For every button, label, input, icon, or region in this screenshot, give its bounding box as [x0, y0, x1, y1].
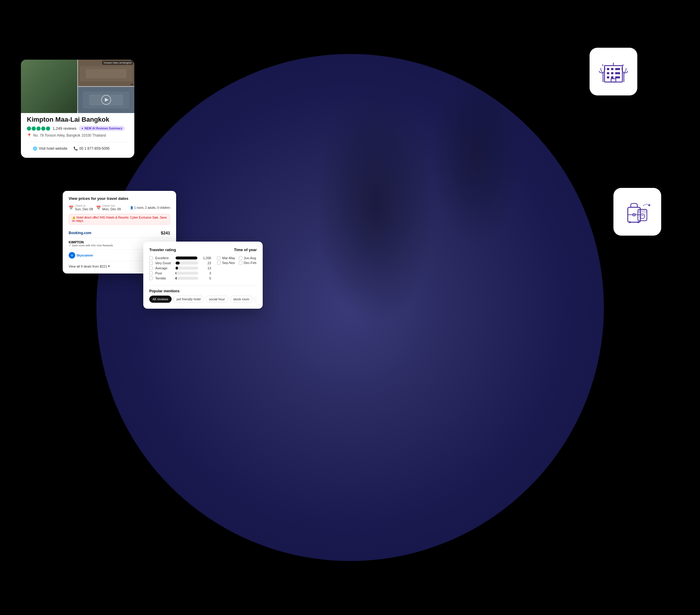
- svg-rect-3: [615, 68, 617, 70]
- popular-mentions-title: Popular mentions: [149, 289, 257, 293]
- star-rating: [27, 127, 50, 131]
- check-poor[interactable]: [149, 271, 153, 275]
- rating-row: 1,249 reviews NEW AI Reviews Summary: [27, 126, 128, 131]
- star-4: [41, 127, 45, 131]
- svg-rect-29: [29, 72, 70, 101]
- svg-point-27: [648, 204, 650, 206]
- phone-icon: 📞: [73, 146, 78, 151]
- bar-verygood: [176, 261, 198, 265]
- hotel-links: 🌐 Visit hotel website 📞 00 1 877-859-509…: [27, 146, 128, 151]
- svg-point-31: [40, 82, 59, 91]
- bar-terrible: [176, 277, 198, 280]
- svg-rect-23: [638, 209, 647, 213]
- svg-point-32: [22, 65, 29, 73]
- traveler-rating-title: Traveler rating: [149, 247, 176, 252]
- warning-icon: ⚠️: [72, 216, 76, 219]
- rating-verygood: Very Good 23: [149, 261, 211, 265]
- hotel-address: 📍 No. 78 Tonson Alley, Bangkok 10330 Tha…: [27, 133, 128, 138]
- tag-green-lung[interactable]: green lung: [254, 296, 257, 303]
- kimpton-badge: ✓ Save more with IHG One Rewards: [68, 244, 113, 247]
- star-5: [46, 127, 50, 131]
- hotel-image-main: [21, 60, 77, 113]
- svg-rect-40: [86, 69, 126, 78]
- checkin-field[interactable]: 📅 Check In Sun, Dec 08: [68, 204, 93, 211]
- svg-point-25: [629, 221, 631, 223]
- toy-jun-aug[interactable]: Jun-Aug: [239, 256, 257, 260]
- hotel-info-section: Kimpton Maa-Lai Bangkok 1,249 reviews NE…: [21, 110, 134, 151]
- star-2: [32, 127, 36, 131]
- ai-reviews-badge[interactable]: NEW AI Reviews Summary: [79, 126, 125, 131]
- check-average[interactable]: [149, 266, 153, 270]
- tag-stock-room[interactable]: stock room: [230, 296, 253, 303]
- calendar-icon: 📅: [68, 205, 73, 210]
- preview-count: Kimpton Maa-Lai Bangkok: [102, 61, 133, 65]
- toy-dec-feb[interactable]: Dec-Feb: [239, 261, 257, 265]
- location-icon: 📍: [27, 133, 32, 138]
- svg-rect-12: [617, 76, 620, 78]
- tag-all-reviews[interactable]: All reviews: [149, 296, 172, 303]
- hotel-icon-card: ✦ ✦: [589, 48, 637, 95]
- skyscanner-logo: ✈ Skyscanner: [68, 252, 93, 259]
- price-row-booking: Booking.com $241: [68, 228, 170, 238]
- promo-banner: ⚠️ Hotel direct offer! IHG Hotels & Reso…: [68, 214, 170, 225]
- phone-link[interactable]: 📞 00 1 877-859-5095: [73, 146, 110, 151]
- svg-point-33: [29, 63, 35, 69]
- globe-icon: 🌐: [33, 146, 37, 151]
- rating-poor: Poor 3: [149, 271, 211, 275]
- hotel-info-card: Kimpton Maa-Lai Bangkok Kimpton Maa-Lai …: [21, 60, 134, 158]
- hotel-building-icon: ✦ ✦: [599, 57, 628, 87]
- date-row: 📅 Check In Sun, Dec 08 📅 Check Out Mon, …: [68, 204, 170, 211]
- svg-point-34: [65, 68, 74, 76]
- rating-terrible: Terrible 5: [149, 277, 211, 280]
- svg-rect-9: [607, 76, 609, 78]
- check-verygood[interactable]: [149, 261, 153, 265]
- ratings-header: Traveler rating Time of year: [149, 247, 257, 252]
- booking-price: $241: [161, 231, 170, 235]
- hotel-image-top-right: Kimpton Maa-Lai Bangkok: [78, 60, 134, 86]
- check-excellent[interactable]: [149, 256, 153, 260]
- kimpton-provider: KIMPTON: [68, 240, 113, 244]
- svg-rect-13: [611, 79, 616, 82]
- star-3: [36, 127, 41, 131]
- toy-mar-may[interactable]: Mar-May: [217, 256, 235, 260]
- toy-sep-nov[interactable]: Sep-Nov: [217, 261, 235, 265]
- svg-rect-6: [611, 72, 613, 74]
- tag-pet-friendly[interactable]: pet friendly hotel: [173, 296, 204, 303]
- svg-rect-5: [607, 72, 609, 74]
- popular-mentions-section: Popular mentions All reviews pet friendl…: [149, 285, 257, 303]
- hotel-images: Kimpton Maa-Lai Bangkok: [21, 60, 134, 110]
- bar-excellent: [176, 256, 198, 259]
- star-1: [27, 127, 31, 131]
- rating-bars: Excellent 1,206 Very Good 23 Average: [149, 256, 211, 282]
- checkout-field[interactable]: 📅 Check Out Mon, Dec 09: [96, 204, 121, 211]
- ratings-card: Traveler rating Time of year Excellent 1…: [143, 242, 263, 309]
- svg-rect-11: [615, 76, 617, 78]
- skyscanner-provider: Skyscanner: [76, 254, 93, 257]
- svg-rect-8: [617, 72, 620, 74]
- rating-average: Average 13: [149, 266, 211, 270]
- svg-rect-7: [615, 72, 617, 74]
- hotel-name: Kimpton Maa-Lai Bangkok: [27, 116, 128, 124]
- guests-field[interactable]: 👤 1 room, 2 adults, 0 children: [130, 206, 170, 209]
- svg-rect-28: [21, 60, 77, 113]
- website-link[interactable]: 🌐 Visit hotel website: [33, 146, 67, 151]
- luggage-travel-icon: [622, 197, 652, 227]
- svg-text:✦: ✦: [622, 64, 624, 67]
- person-icon: 👤: [130, 206, 134, 209]
- review-count: 1,249 reviews: [52, 126, 76, 131]
- popular-mentions-tags: All reviews pet friendly hotel social ho…: [149, 296, 257, 303]
- check-terrible[interactable]: [149, 277, 153, 280]
- svg-point-35: [70, 75, 76, 82]
- svg-rect-10: [611, 76, 613, 78]
- time-of-year-title: Time of year: [234, 247, 257, 252]
- booking-provider: Booking.com: [68, 231, 91, 235]
- skyscanner-icon: ✈: [68, 252, 75, 259]
- svg-text:✦: ✦: [601, 64, 604, 67]
- pricing-title: View prices for your travel dates: [68, 196, 170, 201]
- rating-excellent: Excellent 1,206: [149, 256, 211, 260]
- tag-social-hour[interactable]: social hour: [206, 296, 228, 303]
- bar-average: [176, 267, 198, 270]
- svg-point-36: [21, 88, 26, 94]
- svg-point-37: [72, 94, 77, 101]
- time-of-year-grid: Mar-May Jun-Aug Sep-Nov Dec-Feb: [217, 256, 257, 265]
